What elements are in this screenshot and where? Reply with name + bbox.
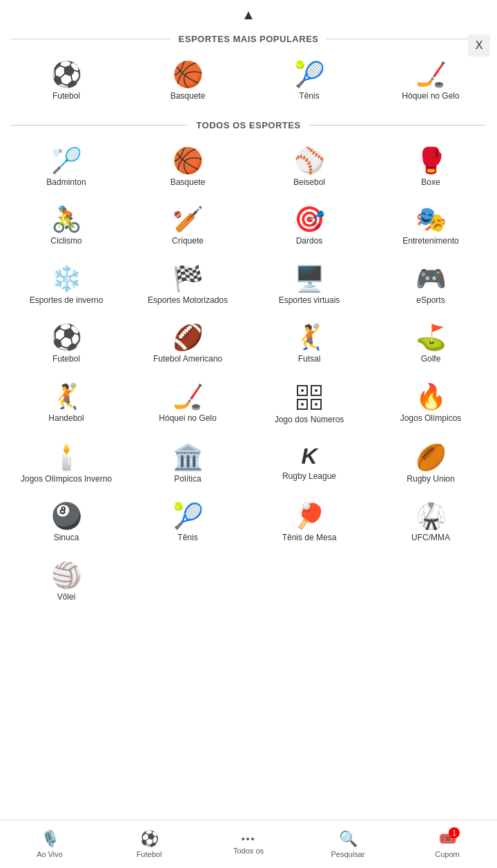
sport-ufc-mma[interactable]: 🥋 UFC/MMA: [370, 494, 491, 553]
svg-point-7: [315, 403, 318, 406]
sport-beisebol[interactable]: ⚾ Beisebol: [248, 139, 370, 198]
popular-section-title: ESPORTES MAIS POPULARES: [170, 34, 327, 44]
all-header-line-left: [11, 125, 188, 126]
rugby-union-label: Rugby Union: [407, 474, 454, 485]
golfe-label: Golfe: [421, 354, 441, 365]
esportes-virtuais-label: Esportes virtuais: [279, 295, 340, 306]
sport-jogo-numeros[interactable]: Jogo dos Números: [248, 375, 370, 435]
futebol-all-label: Futebol: [52, 354, 80, 365]
sport-handebol[interactable]: 🤾 Handebol: [6, 375, 127, 435]
basquete-popular-icon: 🏀: [173, 62, 204, 87]
close-button[interactable]: X: [468, 34, 490, 57]
nav-ao-vivo[interactable]: 🎙️ Ao Vivo: [0, 825, 99, 864]
hoquei-gelo-label: Hóquei no Gelo: [159, 413, 216, 424]
sport-jogos-olimpicos-inverno[interactable]: 🕯️ Jogos Olímpicos Inverno: [6, 435, 127, 495]
volei-icon: 🏐: [51, 563, 82, 588]
esportes-inverno-icon: ❄️: [51, 266, 82, 291]
nav-futebol-label: Futebol: [137, 850, 162, 858]
nav-todos[interactable]: ••• Todos os: [199, 828, 298, 860]
sport-futebol[interactable]: ⚽ Futebol: [6, 315, 127, 375]
sport-politica[interactable]: 🏛️ Política: [127, 435, 248, 495]
header-line-left: [11, 39, 170, 39]
ufc-mma-icon: 🥋: [416, 504, 447, 529]
nav-cupom[interactable]: 1 🎟️ Cupom: [398, 825, 497, 864]
esportes-virtuais-icon: 🖥️: [294, 266, 325, 291]
badminton-icon: 🏸: [51, 148, 82, 173]
all-sports-section-header: TODOS OS ESPORTES: [0, 115, 497, 136]
sport-hoquei-popular[interactable]: 🏒 Hóquei no Gelo: [370, 52, 491, 112]
nav-futebol-icon: ⚽: [140, 830, 159, 848]
boxe-label: Boxe: [421, 177, 440, 188]
nav-cupom-label: Cupom: [435, 850, 459, 858]
tenis-icon: 🎾: [173, 504, 204, 529]
sport-futsal[interactable]: 🤾 Futsal: [248, 315, 370, 375]
nav-todos-label: Todos os: [233, 847, 264, 855]
sport-sinuca[interactable]: 🎱 Sinuca: [6, 494, 127, 553]
sport-esportes-virtuais[interactable]: 🖥️ Esportes virtuais: [248, 257, 370, 316]
jogos-olimpicos-inverno-icon: 🕯️: [51, 445, 82, 470]
futebol-americano-label: Futebol Americano: [153, 354, 222, 365]
sport-badminton[interactable]: 🏸 Badminton: [6, 139, 127, 198]
sport-basquete[interactable]: 🏀 Basquete: [127, 139, 248, 198]
sport-esportes-inverno[interactable]: ❄️ Esportes de inverno: [6, 257, 127, 316]
all-sports-section-title: TODOS OS ESPORTES: [188, 120, 309, 130]
entretenimento-label: Entretenimento: [402, 236, 458, 247]
sport-golfe[interactable]: ⛳ Golfe: [370, 315, 491, 375]
dardos-icon: 🎯: [294, 207, 325, 232]
esports-label: eSports: [416, 295, 445, 306]
sport-volei[interactable]: 🏐 Vôlei: [6, 553, 127, 613]
sport-tenis-popular[interactable]: 🎾 Tênis: [248, 52, 370, 112]
ao-vivo-label: Ao Vivo: [37, 850, 63, 858]
nav-futebol[interactable]: ⚽ Futebol: [99, 825, 199, 864]
sport-rugby-union[interactable]: 🏉 Rugby Union: [370, 435, 491, 495]
handebol-label: Handebol: [48, 413, 84, 424]
sport-esportes-motorizados[interactable]: 🏁 Esportes Motorizados: [127, 257, 248, 316]
tenis-popular-icon: 🎾: [294, 62, 325, 87]
sport-criquete[interactable]: 🏏 Críquete: [127, 197, 248, 257]
basquete-popular-label: Basquete: [170, 91, 206, 102]
politica-icon: 🏛️: [173, 445, 204, 470]
ufc-mma-label: UFC/MMA: [411, 533, 450, 544]
dardos-label: Dardos: [296, 236, 323, 247]
sport-futebol-americano[interactable]: 🏈 Futebol Americano: [127, 315, 248, 375]
ciclismo-label: Ciclismo: [50, 236, 81, 247]
sport-ciclismo[interactable]: 🚴 Ciclismo: [6, 197, 127, 257]
politica-label: Política: [174, 474, 201, 485]
jogo-numeros-label: Jogo dos Números: [275, 415, 344, 426]
sport-hoquei-gelo[interactable]: 🏒 Hóquei no Gelo: [127, 375, 248, 435]
nav-pesquisar[interactable]: 🔍 Pesquisar: [298, 825, 398, 864]
sport-jogos-olimpicos[interactable]: 🔥 Jogos Olímpicos: [370, 375, 491, 435]
sport-entretenimento[interactable]: 🎭 Entretenimento: [370, 197, 491, 257]
futebol-all-icon: ⚽: [51, 325, 82, 350]
futsal-icon: 🤾: [294, 325, 325, 350]
sport-rugby-league[interactable]: K Rugby League: [248, 435, 370, 495]
header-line-right: [327, 39, 486, 39]
futebol-americano-icon: 🏈: [173, 325, 204, 350]
sport-tenis[interactable]: 🎾 Tênis: [127, 494, 248, 553]
tenis-label: Tênis: [177, 533, 197, 544]
badminton-label: Badminton: [46, 177, 86, 188]
sport-esports[interactable]: 🎮 eSports: [370, 257, 491, 316]
basquete-icon: 🏀: [173, 148, 204, 173]
sport-futebol-popular[interactable]: ⚽ Futebol: [6, 52, 127, 112]
boxe-icon: 🥊: [416, 148, 447, 173]
jogo-numeros-icon: [296, 384, 322, 411]
sport-tenis-mesa[interactable]: 🏓 Tênis de Mesa: [248, 494, 370, 553]
popular-section-header: ESPORTES MAIS POPULARES: [0, 28, 497, 50]
entretenimento-icon: 🎭: [416, 207, 447, 232]
nav-todos-icon: •••: [242, 834, 256, 845]
volei-label: Vôlei: [57, 592, 76, 603]
jogos-olimpicos-inverno-label: Jogos Olímpicos Inverno: [21, 474, 112, 485]
esportes-motorizados-icon: 🏁: [173, 266, 204, 291]
popular-sports-grid: ⚽ Futebol 🏀 Basquete 🎾 Tênis 🏒 Hóquei no…: [0, 52, 497, 112]
sinuca-label: Sinuca: [54, 533, 79, 544]
tenis-mesa-icon: 🏓: [294, 504, 325, 529]
rugby-union-icon: 🏉: [416, 445, 447, 470]
sport-basquete-popular[interactable]: 🏀 Basquete: [127, 52, 248, 112]
esports-icon: 🎮: [416, 266, 447, 291]
tenis-popular-label: Tênis: [299, 91, 319, 102]
hoquei-popular-label: Hóquei no Gelo: [402, 91, 459, 102]
sport-boxe[interactable]: 🥊 Boxe: [370, 139, 491, 198]
hoquei-gelo-icon: 🏒: [173, 384, 204, 409]
sport-dardos[interactable]: 🎯 Dardos: [248, 197, 370, 257]
